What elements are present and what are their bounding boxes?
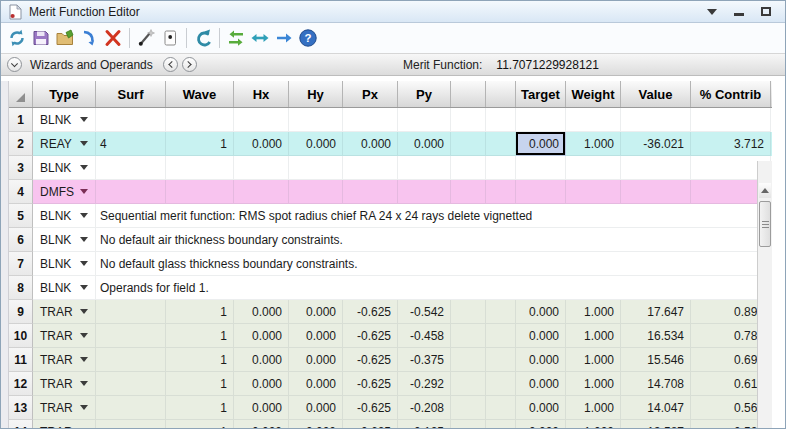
row-number[interactable]: 7	[9, 252, 33, 276]
cell-weight[interactable]: 1.000	[566, 132, 621, 156]
cell-py[interactable]	[398, 108, 451, 132]
column-header-px[interactable]: Px	[343, 81, 398, 107]
cell-n1[interactable]	[451, 180, 486, 204]
selected-cell-target[interactable]: 0.000	[516, 132, 566, 156]
cell-comment[interactable]: Sequential merit function: RMS spot radi…	[96, 204, 772, 228]
cell-surf[interactable]	[96, 156, 166, 180]
cell-wave[interactable]: 1	[166, 372, 234, 396]
cell-n1[interactable]	[451, 372, 486, 396]
undo-button[interactable]	[191, 26, 215, 50]
column-header-target[interactable]: Target	[516, 81, 566, 107]
cell-target[interactable]: 0.000	[516, 396, 566, 420]
cell-hx[interactable]: 0.000	[234, 324, 289, 348]
cell-type-dropdown[interactable]: TRAR	[33, 300, 96, 324]
row-number[interactable]: 1	[9, 108, 33, 132]
cell-comment[interactable]: No default glass thickness boundary cons…	[96, 252, 772, 276]
column-header-blank-1[interactable]	[451, 81, 486, 107]
cell-type-dropdown[interactable]: BLNK	[33, 252, 96, 276]
cell-surf[interactable]	[96, 348, 166, 372]
column-header-hx[interactable]: Hx	[234, 81, 289, 107]
cell-hy[interactable]: 0.000	[289, 420, 343, 428]
cell-n2[interactable]	[486, 324, 516, 348]
cell-hx[interactable]	[234, 180, 289, 204]
cell-type-dropdown[interactable]: REAY	[33, 132, 96, 156]
cell-comment[interactable]: Operands for field 1.	[96, 276, 772, 300]
vertical-scrollbar[interactable]	[757, 161, 772, 428]
cell-px[interactable]: -0.625	[343, 420, 398, 428]
refresh-button[interactable]	[5, 26, 29, 50]
cell-weight[interactable]	[566, 180, 621, 204]
cell-hx[interactable]: 0.000	[234, 132, 289, 156]
cell-value[interactable]: -36.021	[621, 132, 691, 156]
cell-weight[interactable]	[566, 108, 621, 132]
column-header-type[interactable]: Type	[33, 81, 96, 107]
cell-value[interactable]: 14.047	[621, 396, 691, 420]
window-menu-button[interactable]	[705, 6, 719, 18]
cell-comment[interactable]: No default air thickness boundary constr…	[96, 228, 772, 252]
cell-weight[interactable]: 1.000	[566, 300, 621, 324]
cell-target[interactable]: 0.000	[516, 300, 566, 324]
cell-wave[interactable]: 1	[166, 396, 234, 420]
fit-columns-button[interactable]	[248, 26, 272, 50]
single-operand-button[interactable]	[158, 26, 182, 50]
cell-px[interactable]: 0.000	[343, 132, 398, 156]
cell-n2[interactable]	[486, 396, 516, 420]
cell-px[interactable]: -0.625	[343, 300, 398, 324]
cell-n1[interactable]	[451, 396, 486, 420]
row-number[interactable]: 4	[9, 180, 33, 204]
cell-weight[interactable]	[566, 156, 621, 180]
cell-target[interactable]: 0.000	[516, 420, 566, 428]
cell-px[interactable]: -0.625	[343, 372, 398, 396]
cell-value[interactable]	[621, 180, 691, 204]
cell-wave[interactable]: 1	[166, 420, 234, 428]
open-folder-button[interactable]	[53, 26, 77, 50]
cell-wave[interactable]	[166, 156, 234, 180]
cell-py[interactable]: -0.125	[398, 420, 451, 428]
cell-n1[interactable]	[451, 132, 486, 156]
cell-py[interactable]: -0.375	[398, 348, 451, 372]
cell-surf[interactable]	[96, 420, 166, 428]
cell-value[interactable]: 16.534	[621, 324, 691, 348]
cell-n2[interactable]	[486, 156, 516, 180]
cell-hx[interactable]: 0.000	[234, 348, 289, 372]
cell-n1[interactable]	[451, 156, 486, 180]
cell-weight[interactable]: 1.000	[566, 348, 621, 372]
cell-n2[interactable]	[486, 348, 516, 372]
row-number[interactable]: 2	[9, 132, 33, 156]
row-number[interactable]: 11	[9, 348, 33, 372]
cell-hy[interactable]	[289, 156, 343, 180]
column-header-value[interactable]: Value	[621, 81, 691, 107]
cell-py[interactable]	[398, 156, 451, 180]
cell-surf[interactable]	[96, 396, 166, 420]
cell-hx[interactable]: 0.000	[234, 420, 289, 428]
cell-hy[interactable]: 0.000	[289, 300, 343, 324]
cell-value[interactable]: 15.546	[621, 348, 691, 372]
cell-value[interactable]	[621, 108, 691, 132]
cell-type-dropdown[interactable]: BLNK	[33, 204, 96, 228]
cell-py[interactable]: -0.542	[398, 300, 451, 324]
grid-corner-cell[interactable]	[9, 81, 33, 107]
cell-hx[interactable]	[234, 156, 289, 180]
prev-wizard-button[interactable]	[163, 57, 178, 72]
cell-wave[interactable]	[166, 180, 234, 204]
cell-hx[interactable]: 0.000	[234, 300, 289, 324]
column-header-wave[interactable]: Wave	[166, 81, 234, 107]
row-number[interactable]: 9	[9, 300, 33, 324]
cell-contrib[interactable]: 3.712	[691, 132, 771, 156]
row-number[interactable]: 14	[9, 420, 33, 428]
cell-contrib[interactable]	[691, 108, 771, 132]
cell-surf[interactable]	[96, 324, 166, 348]
minimize-button[interactable]	[732, 6, 746, 18]
cell-surf[interactable]	[96, 108, 166, 132]
cell-n1[interactable]	[451, 324, 486, 348]
cell-hy[interactable]	[289, 180, 343, 204]
cell-wave[interactable]: 1	[166, 324, 234, 348]
title-bar[interactable]: Merit Function Editor	[1, 1, 785, 23]
expand-wizards-button[interactable]	[7, 57, 22, 72]
next-wizard-button[interactable]	[182, 57, 197, 72]
cell-weight[interactable]: 1.000	[566, 396, 621, 420]
cell-weight[interactable]: 1.000	[566, 372, 621, 396]
cell-px[interactable]: -0.625	[343, 396, 398, 420]
cell-py[interactable]: -0.292	[398, 372, 451, 396]
wizard-wand-button[interactable]	[134, 26, 158, 50]
